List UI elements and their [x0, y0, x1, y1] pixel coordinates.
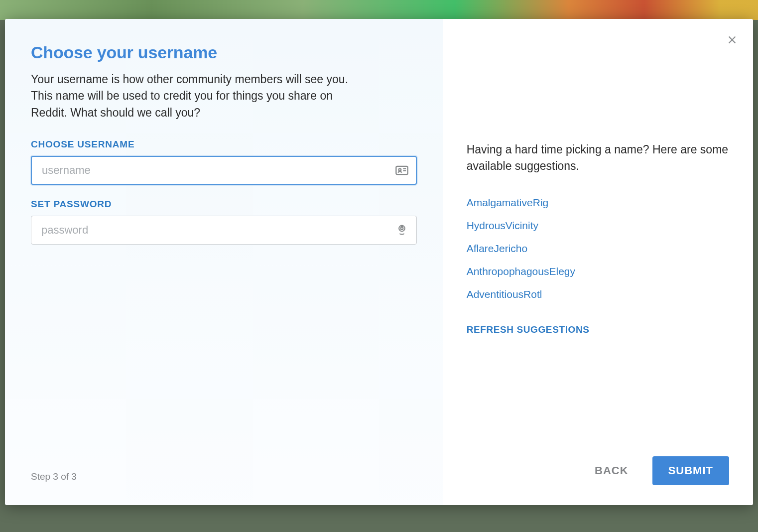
signup-modal: Choose your username Your username is ho…	[5, 19, 753, 505]
page-description: Your username is how other community mem…	[31, 71, 350, 121]
password-input[interactable]	[31, 216, 417, 245]
suggestion-list: AmalgamativeRig HydrousVicinity AflareJe…	[467, 197, 729, 300]
form-panel: Choose your username Your username is ho…	[5, 19, 443, 505]
suggestions-intro: Having a hard time picking a name? Here …	[467, 141, 729, 175]
username-field-wrapper	[31, 156, 417, 185]
suggestions-panel: Having a hard time picking a name? Here …	[443, 19, 753, 505]
username-suggestion[interactable]: AnthropophagousElegy	[467, 266, 729, 277]
refresh-suggestions-button[interactable]: REFRESH SUGGESTIONS	[467, 324, 729, 335]
id-card-icon	[395, 163, 409, 177]
lock-refresh-icon	[395, 223, 409, 237]
page-title: Choose your username	[31, 43, 417, 62]
svg-point-1	[398, 169, 401, 171]
password-field-wrapper	[31, 216, 417, 245]
username-label: CHOOSE USERNAME	[31, 139, 417, 150]
submit-button[interactable]: SUBMIT	[652, 456, 729, 485]
password-label: SET PASSWORD	[31, 199, 417, 210]
footer-actions: BACK SUBMIT	[467, 456, 729, 485]
svg-rect-0	[396, 166, 407, 174]
username-input[interactable]	[31, 156, 417, 185]
username-suggestion[interactable]: HydrousVicinity	[467, 220, 729, 232]
username-suggestion[interactable]: AmalgamativeRig	[467, 197, 729, 209]
svg-rect-5	[400, 227, 403, 230]
close-icon[interactable]	[725, 33, 739, 47]
username-suggestion[interactable]: AdventitiousRotl	[467, 288, 729, 300]
back-button[interactable]: BACK	[595, 464, 629, 477]
username-suggestion[interactable]: AflareJericho	[467, 243, 729, 255]
step-indicator: Step 3 of 3	[31, 471, 417, 485]
